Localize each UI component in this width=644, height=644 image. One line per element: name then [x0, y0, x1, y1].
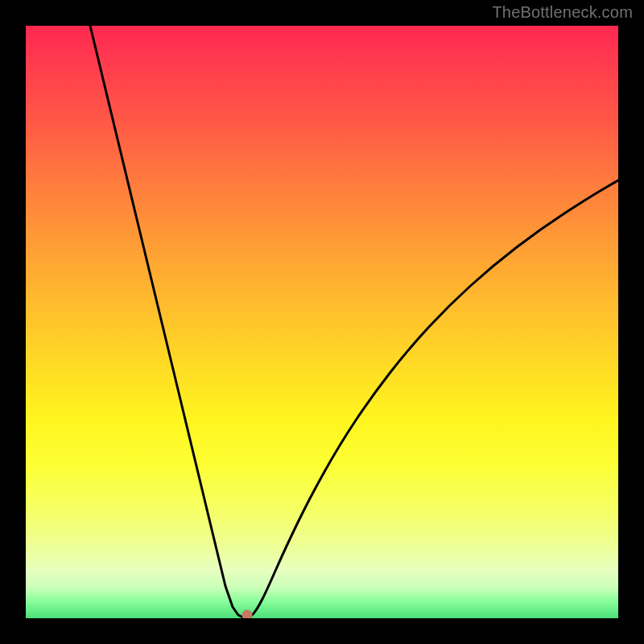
bottleneck-curve — [26, 26, 618, 618]
watermark-text: TheBottleneck.com — [492, 3, 633, 22]
plot-area — [26, 26, 618, 618]
bottleneck-point-marker — [242, 610, 253, 619]
chart-frame: TheBottleneck.com — [0, 0, 644, 644]
